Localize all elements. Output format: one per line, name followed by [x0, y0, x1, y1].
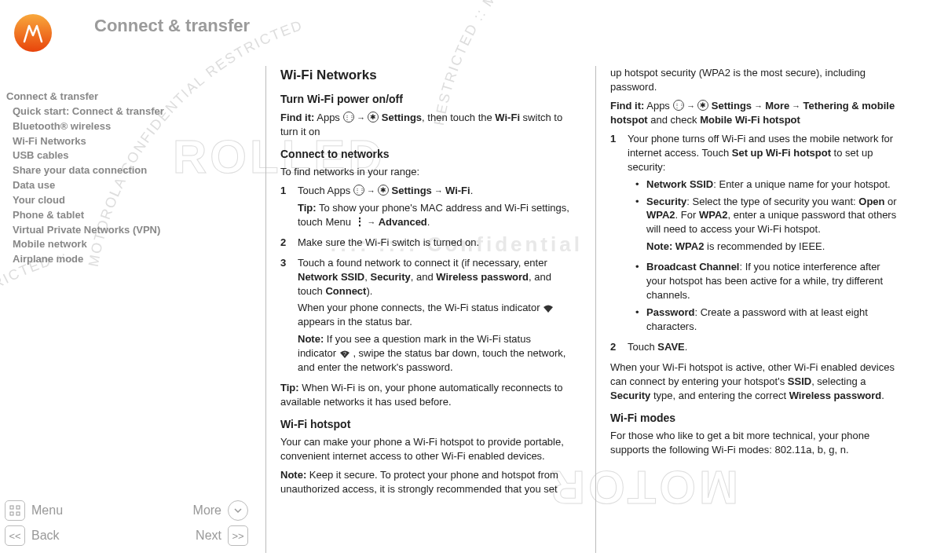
more-label[interactable]: More — [193, 503, 221, 518]
bullet-security: • Security: Select the type of security … — [628, 195, 902, 258]
svg-rect-6 — [10, 506, 13, 509]
page-title: Connect & transfer — [94, 16, 250, 36]
bullet-ssid: • Network SSID: Enter a unique name for … — [628, 178, 902, 192]
step-1: 1 Touch Apps → Settings → Wi-Fi. Tip: To… — [280, 184, 572, 232]
toc-item[interactable]: USB cables — [0, 148, 196, 163]
toc-item[interactable]: Mobile network — [0, 237, 196, 252]
gear-icon — [378, 185, 389, 196]
menu-icon[interactable] — [5, 500, 25, 521]
toc-item[interactable]: Quick start: Connect & transfer — [0, 104, 196, 119]
tip-reconnect: Tip: When Wi-Fi is on, your phone automa… — [280, 381, 572, 409]
toc-item[interactable]: Share your data connection — [0, 163, 196, 178]
bullet-broadcast: • Broadcast Channel: If you notice inter… — [628, 260, 902, 302]
menu-dots-icon: ⋮ — [354, 216, 365, 227]
find-it-line: Find it: Apps → Settings, then touch the… — [280, 111, 572, 139]
apps-icon — [343, 112, 354, 123]
toc-item[interactable]: Virtual Private Networks (VPN) — [0, 223, 196, 238]
heading-hotspot: Wi-Fi hotspot — [280, 417, 572, 432]
text-continuation: up hotspot security (WPA2 is the most se… — [610, 66, 902, 94]
heading-connect-networks: Connect to networks — [280, 147, 572, 162]
heading-wifi-networks: Wi-Fi Networks — [280, 66, 572, 84]
text-hotspot-active: When your Wi-Fi hotspot is active, other… — [610, 361, 902, 403]
next-icon[interactable]: >> — [228, 525, 248, 546]
step-1: 1 Your phone turns off Wi-Fi and uses th… — [610, 132, 902, 337]
toc-item[interactable]: Airplane mode — [0, 252, 196, 267]
svg-rect-8 — [10, 512, 13, 515]
toc-item[interactable]: Your cloud — [0, 193, 196, 208]
content-columns: Wi-Fi Networks Turn Wi-Fi power on/off F… — [265, 66, 917, 553]
more-icon[interactable] — [228, 500, 248, 521]
apps-icon — [673, 100, 684, 111]
find-it-line: Find it: Apps → Settings → More → Tether… — [610, 99, 902, 127]
toc-item[interactable]: Connect & transfer — [0, 90, 196, 104]
wifi-status-icon — [543, 302, 554, 313]
bullet-password: • Password: Create a password with at le… — [628, 306, 902, 334]
sidebar-toc: Connect & transfer Quick start: Connect … — [0, 90, 196, 267]
wifi-question-icon: ? — [339, 347, 353, 359]
text: For those who like to get a bit more tec… — [610, 429, 902, 457]
heading-wifi-modes: Wi-Fi modes — [610, 411, 902, 426]
back-label[interactable]: Back — [31, 529, 60, 543]
heading-turn-wifi: Turn Wi-Fi power on/off — [280, 92, 572, 107]
step-2: 2 Touch SAVE. — [610, 340, 902, 357]
apps-icon — [353, 185, 364, 196]
svg-text:?: ? — [343, 351, 346, 357]
gear-icon — [368, 112, 379, 123]
nav-footer: Menu More << Back Next >> — [5, 496, 248, 551]
menu-label[interactable]: Menu — [31, 503, 63, 518]
svg-rect-9 — [16, 512, 20, 515]
toc-item[interactable]: Bluetooth® wireless — [0, 119, 196, 134]
svg-rect-7 — [16, 506, 20, 509]
step-2: 2 Make sure the Wi-Fi switch is turned o… — [280, 236, 572, 253]
column-right: up hotspot security (WPA2 is the most se… — [595, 66, 910, 553]
back-icon[interactable]: << — [5, 525, 25, 546]
toc-item[interactable]: Wi-Fi Networks — [0, 134, 196, 149]
text: Your can make your phone a Wi-Fi hotspot… — [280, 435, 572, 463]
step-3: 3 Touch a found network to connect it (i… — [280, 256, 572, 379]
toc-item[interactable]: Phone & tablet — [0, 208, 196, 223]
motorola-logo — [14, 14, 52, 52]
gear-icon — [697, 100, 708, 111]
hotspot-note: Note: Keep it secure. To protect your ph… — [280, 468, 572, 496]
column-left: Wi-Fi Networks Turn Wi-Fi power on/off F… — [265, 66, 580, 553]
toc-item[interactable]: Data use — [0, 178, 196, 193]
next-label[interactable]: Next — [196, 529, 221, 543]
text: To find networks in your range: — [280, 165, 572, 179]
